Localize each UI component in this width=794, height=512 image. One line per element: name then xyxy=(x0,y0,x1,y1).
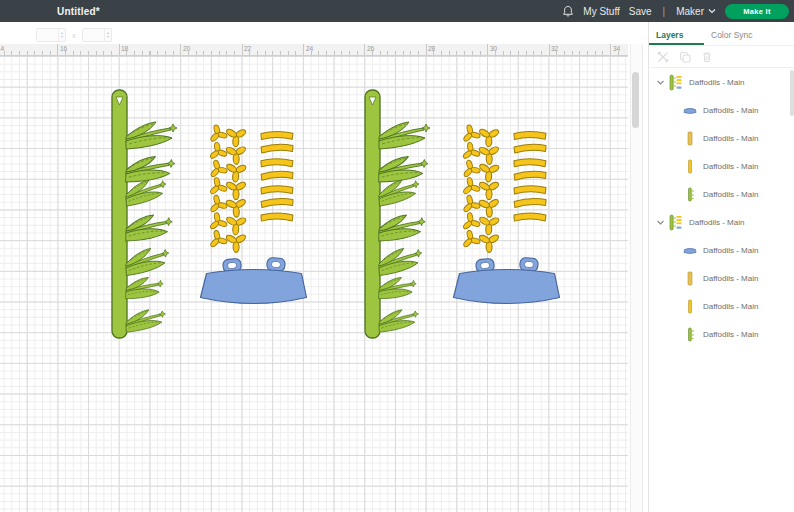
bands-thumbnail xyxy=(683,131,697,146)
stepper-arrows-icon[interactable]: ▲▼ xyxy=(58,29,65,41)
topbar-left: Untitled* xyxy=(0,6,100,17)
top-bar: Untitled* My Stuff Save | Maker Make It xyxy=(0,0,794,22)
layer-label: Daffodils - Main xyxy=(703,274,758,283)
chevron-down-icon[interactable] xyxy=(656,78,665,87)
ruler-tick: 18 xyxy=(121,45,128,52)
cricut-design-space-app: Untitled* My Stuff Save | Maker Make It xyxy=(0,0,794,512)
layer-label: Daffodils - Main xyxy=(703,302,758,311)
scrollbar-thumb[interactable] xyxy=(790,70,794,116)
save-link[interactable]: Save xyxy=(629,6,652,17)
ruler-tick: 22 xyxy=(244,45,251,52)
layer-label: Daffodils - Main xyxy=(689,78,744,87)
stepper-arrows-icon[interactable]: ▲▼ xyxy=(104,29,111,41)
layer-row[interactable]: Daffodils - Main xyxy=(649,180,794,208)
trash-icon[interactable] xyxy=(701,51,713,63)
layer-label: Daffodils - Main xyxy=(703,162,758,171)
layers-panel: Layers Color Sync xyxy=(648,22,794,512)
ruler-tick: 26 xyxy=(367,45,374,52)
layer-label: Daffodils - Main xyxy=(703,134,758,143)
chevron-down-icon xyxy=(708,8,716,14)
layer-label: Daffodils - Main xyxy=(703,190,758,199)
pot-thumbnail xyxy=(683,106,697,115)
daffodil-set-2[interactable] xyxy=(365,90,560,338)
my-stuff-link[interactable]: My Stuff xyxy=(583,6,620,17)
layer-row[interactable]: Daffodils - Main xyxy=(649,124,794,152)
layer-row[interactable]: Daffodils - Main xyxy=(649,96,794,124)
workspace: ▲▼ x ▲▼ 14 16 18 20 22 24 26 28 30 32 34 xyxy=(0,22,794,512)
layer-row[interactable]: Daffodils - Main xyxy=(649,152,794,180)
layer-row[interactable]: Daffodils - Main xyxy=(649,236,794,264)
layer-label: Daffodils - Main xyxy=(689,218,744,227)
stepper-input-left[interactable]: ▲▼ xyxy=(36,28,66,42)
document-title[interactable]: Untitled* xyxy=(57,6,100,17)
stepper-right-field[interactable] xyxy=(83,29,104,41)
design-canvas[interactable]: ▲▼ x ▲▼ 14 16 18 20 22 24 26 28 30 32 34 xyxy=(0,22,628,512)
stems-thumbnail xyxy=(683,187,697,202)
layer-label: Daffodils - Main xyxy=(703,106,758,115)
tab-layers-label: Layers xyxy=(656,30,683,40)
ruler-tick: 16 xyxy=(60,45,67,52)
tab-layers[interactable]: Layers xyxy=(649,30,704,45)
pot-thumbnail xyxy=(683,246,697,255)
machine-select[interactable]: Maker xyxy=(676,6,716,17)
ruler-tick: 28 xyxy=(428,45,435,52)
petals-thumbnail xyxy=(683,159,697,174)
scrollbar-thumb[interactable] xyxy=(632,72,639,128)
petals-thumbnail xyxy=(683,299,697,314)
layer-row[interactable]: Daffodils - Main xyxy=(649,292,794,320)
ruler-tick: 14 xyxy=(0,45,4,52)
stems-thumbnail xyxy=(683,327,697,342)
ungroup-icon[interactable] xyxy=(657,51,669,63)
panel-tabs: Layers Color Sync xyxy=(649,22,794,46)
ruler-tick: 30 xyxy=(490,45,497,52)
canvas-vertical-scrollbar[interactable] xyxy=(630,44,643,512)
duplicate-icon[interactable] xyxy=(679,51,691,63)
bell-icon[interactable] xyxy=(562,5,574,18)
layer-list: Daffodils - Main Daffodils - Main Daffod… xyxy=(649,68,794,348)
group-thumbnail-composite xyxy=(669,74,683,91)
topbar-right: My Stuff Save | Maker Make It xyxy=(562,4,789,19)
ruler-tick: 32 xyxy=(551,45,558,52)
canvas-grid[interactable] xyxy=(0,56,628,512)
make-it-button[interactable]: Make It xyxy=(725,4,789,19)
ruler-tick: 34 xyxy=(613,45,620,52)
stepper-input-right[interactable]: ▲▼ xyxy=(82,28,112,42)
stepper-left-field[interactable] xyxy=(37,29,58,41)
layer-row[interactable]: Daffodils - Main xyxy=(649,320,794,348)
layer-label: Daffodils - Main xyxy=(703,330,758,339)
layer-row[interactable]: Daffodils - Main xyxy=(649,264,794,292)
group-thumbnail-composite xyxy=(669,214,683,231)
layer-label: Daffodils - Main xyxy=(703,246,758,255)
tab-color-sync-label: Color Sync xyxy=(711,30,753,40)
machine-select-label: Maker xyxy=(676,6,704,17)
ruler-tick: 24 xyxy=(306,45,313,52)
chevron-down-icon[interactable] xyxy=(656,218,665,227)
layer-group-header-1[interactable]: Daffodils - Main xyxy=(649,68,794,96)
ruler-tick: 20 xyxy=(183,45,190,52)
horizontal-ruler: 14 16 18 20 22 24 26 28 30 32 34 xyxy=(0,44,628,56)
layer-group-header-2[interactable]: Daffodils - Main xyxy=(649,208,794,236)
multiply-sign: x xyxy=(72,31,76,40)
layers-panel-toolbar xyxy=(649,46,794,68)
bands-thumbnail xyxy=(683,271,697,286)
panel-scrollbar[interactable] xyxy=(790,70,794,330)
tab-color-sync[interactable]: Color Sync xyxy=(704,30,763,45)
canvas-objects[interactable] xyxy=(0,56,628,512)
daffodil-set-1[interactable] xyxy=(112,90,307,338)
topbar-divider: | xyxy=(663,6,666,17)
edit-toolbar: ▲▼ x ▲▼ xyxy=(36,28,112,42)
